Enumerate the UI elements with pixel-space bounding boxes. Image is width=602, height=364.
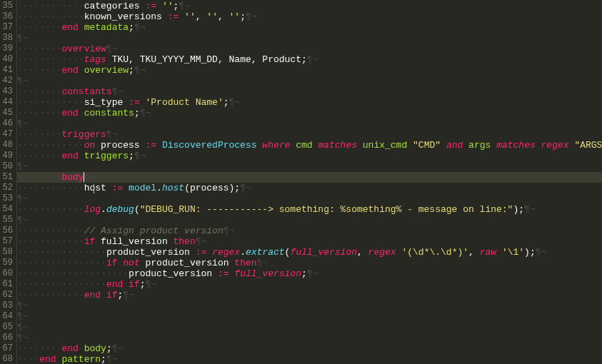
code-line[interactable]: ········end body;¶¬ bbox=[17, 343, 602, 354]
code-line[interactable]: ················end if;¶¬ bbox=[17, 279, 602, 290]
line-number: 37 bbox=[0, 22, 13, 33]
line-number: 61 bbox=[0, 279, 13, 290]
line-number: 54 bbox=[0, 204, 13, 215]
code-line[interactable]: ············tags TKU, TKU_YYYY_MM_DD, Na… bbox=[17, 54, 602, 65]
line-number: 58 bbox=[0, 247, 13, 258]
code-line[interactable]: ········overview¶¬ bbox=[17, 44, 602, 54]
line-number: 50 bbox=[0, 161, 13, 172]
line-number: 55 bbox=[0, 215, 13, 226]
code-line[interactable]: ········end metadata;¶¬ bbox=[17, 22, 602, 33]
line-number: 60 bbox=[0, 268, 13, 279]
code-line[interactable]: ¶¬ bbox=[17, 118, 602, 129]
line-number: 53 bbox=[0, 193, 13, 204]
line-number: 35 bbox=[0, 1, 13, 11]
code-line[interactable]: ····················product_version := f… bbox=[17, 268, 602, 279]
line-number: 66 bbox=[0, 333, 13, 343]
line-number: 49 bbox=[0, 151, 13, 161]
line-number: 62 bbox=[0, 290, 13, 300]
code-line[interactable]: ········end constants;¶¬ bbox=[17, 108, 602, 118]
code-line[interactable]: ¶¬ bbox=[17, 161, 602, 172]
code-line[interactable]: ············on process := DiscoveredProc… bbox=[17, 140, 602, 151]
code-area[interactable]: ············categories := '';¶¬·········… bbox=[17, 0, 602, 364]
code-line[interactable]: ¶¬ bbox=[17, 333, 602, 343]
code-line[interactable]: ············end if;¶¬ bbox=[17, 290, 602, 300]
line-number: 38 bbox=[0, 33, 13, 44]
line-number: 51 bbox=[0, 172, 13, 183]
code-line[interactable]: ············si_type := 'Product Name';¶¬ bbox=[17, 97, 602, 108]
line-number: 67 bbox=[0, 343, 13, 354]
line-number: 56 bbox=[0, 226, 13, 236]
line-number: 47 bbox=[0, 129, 13, 140]
code-line[interactable]: ········triggers¶¬ bbox=[17, 129, 602, 140]
code-line[interactable]: ¶¬ bbox=[17, 311, 602, 322]
code-editor[interactable]: 3536373839404142434445464748495051525354… bbox=[0, 0, 602, 364]
line-number: 64 bbox=[0, 311, 13, 322]
code-line[interactable]: ¶¬ bbox=[17, 33, 602, 44]
code-line[interactable]: ¶¬ bbox=[17, 300, 602, 311]
line-number: 39 bbox=[0, 44, 13, 54]
line-number: 43 bbox=[0, 86, 13, 97]
line-number: 65 bbox=[0, 322, 13, 333]
code-line[interactable]: ¶¬ bbox=[17, 76, 602, 86]
line-number: 45 bbox=[0, 108, 13, 118]
line-number: 52 bbox=[0, 183, 13, 193]
line-number: 63 bbox=[0, 300, 13, 311]
line-number: 41 bbox=[0, 65, 13, 76]
line-number: 59 bbox=[0, 258, 13, 268]
code-line[interactable]: ············log.debug("DEBUG_RUN: ------… bbox=[17, 204, 602, 215]
code-line[interactable]: ····end pattern;¶¬ bbox=[17, 354, 602, 364]
line-number: 68 bbox=[0, 354, 13, 364]
code-line[interactable]: ················if not product_version t… bbox=[17, 258, 602, 268]
code-line[interactable]: ········constants¶¬ bbox=[17, 86, 602, 97]
code-line[interactable]: ········body¶¬ bbox=[17, 172, 602, 183]
code-line[interactable]: ¶¬ bbox=[17, 322, 602, 333]
line-number: 36 bbox=[0, 11, 13, 22]
line-number: 40 bbox=[0, 54, 13, 65]
line-number-gutter: 3536373839404142434445464748495051525354… bbox=[0, 0, 17, 364]
code-line[interactable]: ············categories := '';¶¬ bbox=[17, 1, 602, 11]
line-number: 57 bbox=[0, 236, 13, 247]
line-number: 46 bbox=[0, 118, 13, 129]
line-number: 44 bbox=[0, 97, 13, 108]
code-line[interactable]: ········end triggers;¶¬ bbox=[17, 151, 602, 161]
code-line[interactable]: ¶¬ bbox=[17, 215, 602, 226]
code-line[interactable]: ········end overview;¶¬ bbox=[17, 65, 602, 76]
code-line[interactable]: ¶¬ bbox=[17, 193, 602, 204]
code-line[interactable]: ············known_versions := '', '', ''… bbox=[17, 11, 602, 22]
line-number: 42 bbox=[0, 76, 13, 86]
code-line[interactable]: ············host := model.host(process);… bbox=[17, 183, 602, 193]
line-number: 48 bbox=[0, 140, 13, 151]
code-line[interactable]: ············if full_version then¶¬ bbox=[17, 236, 602, 247]
code-line[interactable]: ················product_version := regex… bbox=[17, 247, 602, 258]
code-line[interactable]: ············// Assign product version¶¬ bbox=[17, 226, 602, 236]
